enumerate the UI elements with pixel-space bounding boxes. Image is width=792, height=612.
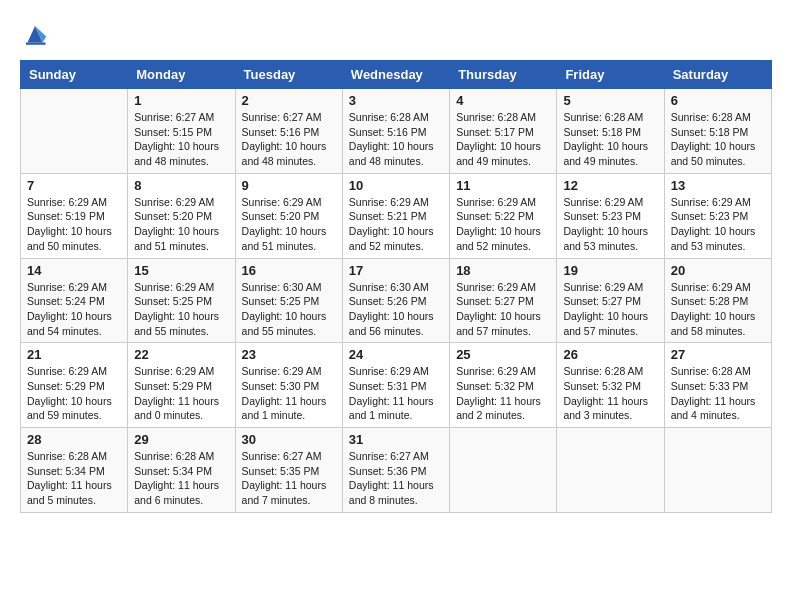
day-info: Sunrise: 6:29 AM Sunset: 5:28 PM Dayligh… <box>671 280 765 339</box>
day-number: 7 <box>27 178 121 193</box>
calendar-cell: 7Sunrise: 6:29 AM Sunset: 5:19 PM Daylig… <box>21 173 128 258</box>
day-info: Sunrise: 6:29 AM Sunset: 5:23 PM Dayligh… <box>671 195 765 254</box>
logo-icon <box>20 20 50 50</box>
day-info: Sunrise: 6:29 AM Sunset: 5:32 PM Dayligh… <box>456 364 550 423</box>
day-number: 6 <box>671 93 765 108</box>
day-header-friday: Friday <box>557 61 664 89</box>
day-info: Sunrise: 6:27 AM Sunset: 5:36 PM Dayligh… <box>349 449 443 508</box>
calendar-cell: 24Sunrise: 6:29 AM Sunset: 5:31 PM Dayli… <box>342 343 449 428</box>
day-info: Sunrise: 6:29 AM Sunset: 5:20 PM Dayligh… <box>242 195 336 254</box>
calendar-cell: 15Sunrise: 6:29 AM Sunset: 5:25 PM Dayli… <box>128 258 235 343</box>
day-info: Sunrise: 6:30 AM Sunset: 5:26 PM Dayligh… <box>349 280 443 339</box>
day-info: Sunrise: 6:29 AM Sunset: 5:23 PM Dayligh… <box>563 195 657 254</box>
day-info: Sunrise: 6:29 AM Sunset: 5:29 PM Dayligh… <box>27 364 121 423</box>
day-number: 8 <box>134 178 228 193</box>
day-info: Sunrise: 6:29 AM Sunset: 5:25 PM Dayligh… <box>134 280 228 339</box>
calendar-cell <box>21 89 128 174</box>
day-info: Sunrise: 6:29 AM Sunset: 5:29 PM Dayligh… <box>134 364 228 423</box>
day-info: Sunrise: 6:29 AM Sunset: 5:19 PM Dayligh… <box>27 195 121 254</box>
day-number: 30 <box>242 432 336 447</box>
day-header-wednesday: Wednesday <box>342 61 449 89</box>
day-info: Sunrise: 6:28 AM Sunset: 5:16 PM Dayligh… <box>349 110 443 169</box>
day-info: Sunrise: 6:29 AM Sunset: 5:27 PM Dayligh… <box>456 280 550 339</box>
calendar-cell: 17Sunrise: 6:30 AM Sunset: 5:26 PM Dayli… <box>342 258 449 343</box>
calendar-cell: 1Sunrise: 6:27 AM Sunset: 5:15 PM Daylig… <box>128 89 235 174</box>
calendar-week-1: 1Sunrise: 6:27 AM Sunset: 5:15 PM Daylig… <box>21 89 772 174</box>
day-number: 28 <box>27 432 121 447</box>
calendar-cell: 14Sunrise: 6:29 AM Sunset: 5:24 PM Dayli… <box>21 258 128 343</box>
day-number: 13 <box>671 178 765 193</box>
calendar-cell <box>557 428 664 513</box>
calendar-cell: 3Sunrise: 6:28 AM Sunset: 5:16 PM Daylig… <box>342 89 449 174</box>
calendar-cell: 5Sunrise: 6:28 AM Sunset: 5:18 PM Daylig… <box>557 89 664 174</box>
calendar-cell: 9Sunrise: 6:29 AM Sunset: 5:20 PM Daylig… <box>235 173 342 258</box>
day-number: 26 <box>563 347 657 362</box>
calendar-week-4: 21Sunrise: 6:29 AM Sunset: 5:29 PM Dayli… <box>21 343 772 428</box>
day-info: Sunrise: 6:28 AM Sunset: 5:33 PM Dayligh… <box>671 364 765 423</box>
calendar-cell: 28Sunrise: 6:28 AM Sunset: 5:34 PM Dayli… <box>21 428 128 513</box>
calendar-cell: 21Sunrise: 6:29 AM Sunset: 5:29 PM Dayli… <box>21 343 128 428</box>
calendar-cell: 22Sunrise: 6:29 AM Sunset: 5:29 PM Dayli… <box>128 343 235 428</box>
day-number: 18 <box>456 263 550 278</box>
calendar-week-2: 7Sunrise: 6:29 AM Sunset: 5:19 PM Daylig… <box>21 173 772 258</box>
calendar-cell: 6Sunrise: 6:28 AM Sunset: 5:18 PM Daylig… <box>664 89 771 174</box>
day-info: Sunrise: 6:27 AM Sunset: 5:35 PM Dayligh… <box>242 449 336 508</box>
day-info: Sunrise: 6:29 AM Sunset: 5:27 PM Dayligh… <box>563 280 657 339</box>
calendar-cell: 23Sunrise: 6:29 AM Sunset: 5:30 PM Dayli… <box>235 343 342 428</box>
day-number: 25 <box>456 347 550 362</box>
day-info: Sunrise: 6:29 AM Sunset: 5:22 PM Dayligh… <box>456 195 550 254</box>
day-number: 1 <box>134 93 228 108</box>
day-info: Sunrise: 6:28 AM Sunset: 5:32 PM Dayligh… <box>563 364 657 423</box>
calendar-cell: 12Sunrise: 6:29 AM Sunset: 5:23 PM Dayli… <box>557 173 664 258</box>
calendar-cell: 16Sunrise: 6:30 AM Sunset: 5:25 PM Dayli… <box>235 258 342 343</box>
calendar-cell: 27Sunrise: 6:28 AM Sunset: 5:33 PM Dayli… <box>664 343 771 428</box>
day-number: 2 <box>242 93 336 108</box>
day-number: 9 <box>242 178 336 193</box>
day-number: 22 <box>134 347 228 362</box>
day-info: Sunrise: 6:29 AM Sunset: 5:31 PM Dayligh… <box>349 364 443 423</box>
day-number: 17 <box>349 263 443 278</box>
day-number: 16 <box>242 263 336 278</box>
calendar-cell: 25Sunrise: 6:29 AM Sunset: 5:32 PM Dayli… <box>450 343 557 428</box>
calendar-cell: 20Sunrise: 6:29 AM Sunset: 5:28 PM Dayli… <box>664 258 771 343</box>
page-header <box>20 20 772 50</box>
day-number: 3 <box>349 93 443 108</box>
day-header-saturday: Saturday <box>664 61 771 89</box>
day-number: 12 <box>563 178 657 193</box>
calendar-cell: 11Sunrise: 6:29 AM Sunset: 5:22 PM Dayli… <box>450 173 557 258</box>
svg-rect-2 <box>26 43 46 45</box>
day-header-tuesday: Tuesday <box>235 61 342 89</box>
day-number: 23 <box>242 347 336 362</box>
calendar-cell: 19Sunrise: 6:29 AM Sunset: 5:27 PM Dayli… <box>557 258 664 343</box>
calendar-cell: 30Sunrise: 6:27 AM Sunset: 5:35 PM Dayli… <box>235 428 342 513</box>
day-number: 15 <box>134 263 228 278</box>
day-info: Sunrise: 6:27 AM Sunset: 5:16 PM Dayligh… <box>242 110 336 169</box>
day-info: Sunrise: 6:28 AM Sunset: 5:18 PM Dayligh… <box>671 110 765 169</box>
day-info: Sunrise: 6:28 AM Sunset: 5:18 PM Dayligh… <box>563 110 657 169</box>
calendar-cell: 31Sunrise: 6:27 AM Sunset: 5:36 PM Dayli… <box>342 428 449 513</box>
calendar-cell <box>450 428 557 513</box>
calendar-cell: 8Sunrise: 6:29 AM Sunset: 5:20 PM Daylig… <box>128 173 235 258</box>
day-number: 31 <box>349 432 443 447</box>
day-number: 5 <box>563 93 657 108</box>
day-info: Sunrise: 6:29 AM Sunset: 5:20 PM Dayligh… <box>134 195 228 254</box>
day-number: 24 <box>349 347 443 362</box>
day-header-monday: Monday <box>128 61 235 89</box>
calendar-week-5: 28Sunrise: 6:28 AM Sunset: 5:34 PM Dayli… <box>21 428 772 513</box>
day-number: 4 <box>456 93 550 108</box>
calendar-cell: 2Sunrise: 6:27 AM Sunset: 5:16 PM Daylig… <box>235 89 342 174</box>
calendar-cell: 29Sunrise: 6:28 AM Sunset: 5:34 PM Dayli… <box>128 428 235 513</box>
day-info: Sunrise: 6:29 AM Sunset: 5:30 PM Dayligh… <box>242 364 336 423</box>
day-info: Sunrise: 6:30 AM Sunset: 5:25 PM Dayligh… <box>242 280 336 339</box>
calendar-week-3: 14Sunrise: 6:29 AM Sunset: 5:24 PM Dayli… <box>21 258 772 343</box>
calendar-cell: 26Sunrise: 6:28 AM Sunset: 5:32 PM Dayli… <box>557 343 664 428</box>
calendar-cell: 18Sunrise: 6:29 AM Sunset: 5:27 PM Dayli… <box>450 258 557 343</box>
day-info: Sunrise: 6:27 AM Sunset: 5:15 PM Dayligh… <box>134 110 228 169</box>
day-number: 27 <box>671 347 765 362</box>
day-number: 11 <box>456 178 550 193</box>
day-number: 10 <box>349 178 443 193</box>
day-info: Sunrise: 6:29 AM Sunset: 5:24 PM Dayligh… <box>27 280 121 339</box>
logo <box>20 20 54 50</box>
calendar-cell: 10Sunrise: 6:29 AM Sunset: 5:21 PM Dayli… <box>342 173 449 258</box>
calendar-table: SundayMondayTuesdayWednesdayThursdayFrid… <box>20 60 772 513</box>
